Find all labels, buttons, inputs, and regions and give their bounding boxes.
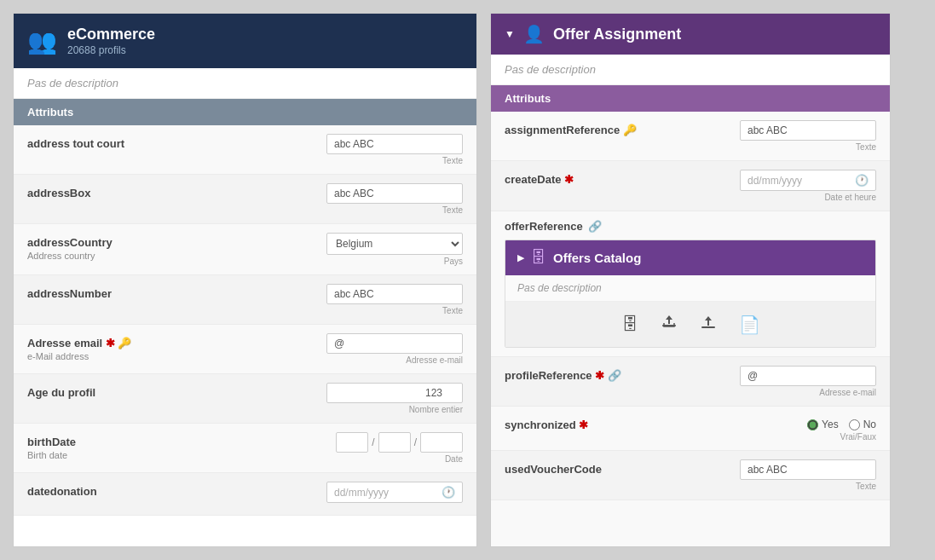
attr-field-create-date: dd/mm/yyyy 🕐 Date et heure [692, 170, 876, 202]
offer-assignment-icon: 👤 [523, 24, 545, 44]
attr-label-addressbox: addressBox [27, 183, 215, 199]
offer-catalog-header: ▶ 🗄 Offers Catalog [505, 240, 875, 275]
left-panel: 👥 eCommerce 20688 profils Pas de descrip… [13, 13, 477, 547]
right-panel: ▼ 👤 Offer Assignment Pas de description … [490, 13, 891, 547]
right-attributes-list: assignmentReference 🔑 Texte createDate ✱… [491, 112, 890, 546]
attr-field-addressnumber: Texte [215, 284, 463, 315]
catalog-action-export[interactable] [654, 310, 684, 338]
attr-label-addresscountry: addressCountry Address country [27, 233, 215, 261]
svg-rect-1 [701, 326, 715, 328]
radio-yes[interactable] [807, 419, 818, 430]
ecommerce-icon: 👥 [27, 27, 57, 55]
key-icon-assignment-reference: 🔑 [623, 124, 637, 136]
attr-label-adresse-email: Adresse email ✱ 🔑 e-Mail address [27, 333, 215, 361]
catalog-action-upload[interactable] [693, 310, 724, 338]
attr-row-addressnumber: addressNumber Texte [14, 275, 476, 325]
attr-row-used-voucher-code: usedVoucherCode Texte [491, 451, 890, 500]
attr-field-synchronized: Yes No Vrai/Faux [692, 415, 876, 442]
attr-row-age-profil: Age du profil Nombre entier [14, 374, 476, 424]
attr-row-create-date: createDate ✱ dd/mm/yyyy 🕐 Date et heure [491, 161, 890, 211]
link-icon-offer-reference: 🔗 [588, 220, 602, 233]
left-panel-description: Pas de description [14, 68, 476, 99]
attr-label-birthdate: birthDate Birth date [27, 432, 215, 460]
attr-row-address-tout-court: address tout court Texte [14, 125, 476, 175]
right-section-header: Attributs [491, 85, 890, 112]
left-panel-header: 👥 eCommerce 20688 profils [14, 14, 476, 68]
left-panel-title: eCommerce [67, 26, 155, 43]
attr-label-profile-reference: profileReference ✱ 🔗 [505, 366, 692, 382]
attr-row-addressbox: addressBox Texte [14, 175, 476, 224]
attr-row-offer-reference: offerReference 🔗 ▶ 🗄 Offers Catalog Pas … [491, 211, 890, 357]
left-section-header: Attributs [14, 99, 476, 125]
input-profile-reference[interactable] [740, 366, 876, 386]
attr-label-addressnumber: addressNumber [27, 284, 215, 300]
select-addresscountry[interactable]: Belgium [326, 233, 463, 255]
input-address-tout-court[interactable] [326, 134, 463, 154]
clock-icon-datedonation: 🕐 [442, 486, 455, 499]
right-panel-description: Pas de description [491, 55, 890, 85]
attr-row-profile-reference: profileReference ✱ 🔗 Adresse e-mail [491, 357, 890, 407]
catalog-action-database[interactable]: 🗄 [615, 310, 645, 338]
attr-field-age-profil: Nombre entier [215, 383, 463, 414]
datetime-datedonation[interactable]: dd/mm/yyyy 🕐 [326, 482, 463, 503]
attr-label-used-voucher-code: usedVoucherCode [505, 459, 692, 476]
date-day[interactable] [336, 432, 368, 453]
clock-icon-create-date: 🕐 [855, 174, 869, 187]
input-addressbox[interactable] [326, 183, 463, 204]
attr-label-assignment-reference: assignmentReference 🔑 [505, 120, 692, 136]
attr-field-profile-reference: Adresse e-mail [692, 366, 876, 397]
attr-field-addressbox: Texte [215, 183, 463, 215]
input-age-profil[interactable] [326, 383, 463, 403]
attr-label-offer-reference: offerReference 🔗 [505, 220, 876, 233]
right-panel-header: ▼ 👤 Offer Assignment [491, 14, 890, 55]
attr-field-datedonation: dd/mm/yyyy 🕐 [215, 482, 463, 503]
datetime-create-date[interactable]: dd/mm/yyyy 🕐 [740, 170, 876, 191]
radio-no-label[interactable]: No [849, 419, 876, 430]
radio-no[interactable] [849, 419, 860, 430]
radio-group-synchronized: Yes No [807, 415, 876, 430]
radio-yes-label[interactable]: Yes [807, 419, 839, 430]
attr-label-create-date: createDate ✱ [505, 170, 692, 186]
attr-row-adresse-email: Adresse email ✱ 🔑 e-Mail address Adresse… [14, 325, 476, 374]
right-panel-title: Offer Assignment [553, 26, 681, 43]
attr-row-datedonation: datedonation dd/mm/yyyy 🕐 [14, 473, 476, 516]
attr-field-used-voucher-code: Texte [692, 459, 876, 491]
attr-field-assignment-reference: Texte [692, 120, 876, 152]
attr-field-addresscountry: Belgium Pays [215, 233, 463, 266]
attr-row-assignment-reference: assignmentReference 🔑 Texte [491, 112, 890, 161]
attr-field-adresse-email: Adresse e-mail [215, 333, 463, 365]
offer-catalog-block: ▶ 🗄 Offers Catalog Pas de description 🗄 [505, 240, 876, 348]
attr-field-address-tout-court: Texte [215, 134, 463, 165]
left-panel-subtitle: 20688 profils [67, 44, 126, 56]
attr-field-birthdate: / / Date [215, 432, 463, 464]
left-attributes-list: address tout court Texte addressBox Text… [14, 125, 476, 516]
input-adresse-email[interactable] [326, 333, 463, 354]
offer-catalog-expand-icon[interactable]: ▶ [517, 252, 524, 263]
attr-label-age-profil: Age du profil [27, 383, 215, 399]
attr-row-addresscountry: addressCountry Address country Belgium P… [14, 224, 476, 275]
input-assignment-reference[interactable] [740, 120, 876, 141]
offers-catalog-db-icon: 🗄 [531, 249, 546, 267]
catalog-action-file[interactable]: 📄 [732, 310, 767, 338]
attr-row-synchronized: synchronized ✱ Yes No Vrai/Faux [491, 407, 890, 451]
attr-row-birthdate: birthDate Birth date / / Date [14, 424, 476, 473]
date-year[interactable] [420, 432, 463, 453]
attr-label-address-tout-court: address tout court [27, 134, 215, 150]
input-addressnumber[interactable] [326, 284, 463, 304]
attr-label-datedonation: datedonation [27, 482, 215, 498]
offers-catalog-title: Offers Catalog [553, 251, 641, 265]
left-panel-header-info: eCommerce 20688 profils [67, 26, 155, 56]
offer-catalog-actions: 🗄 📄 [505, 302, 875, 347]
attr-label-synchronized: synchronized ✱ [505, 415, 692, 431]
input-used-voucher-code[interactable] [740, 459, 876, 480]
link-icon-profile-reference: 🔗 [608, 369, 621, 382]
collapse-icon[interactable]: ▼ [505, 28, 515, 40]
offer-catalog-description: Pas de description [505, 275, 875, 302]
date-month[interactable] [378, 432, 411, 453]
